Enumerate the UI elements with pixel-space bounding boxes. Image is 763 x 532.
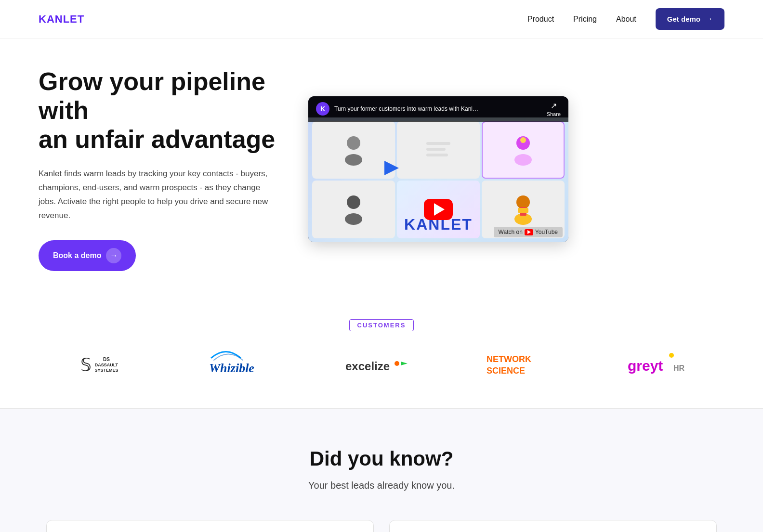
did-you-know-section: Did you know? Your best leads already kn… xyxy=(0,409,763,510)
hero-text-block: Grow your pipeline with an unfair advant… xyxy=(39,67,279,271)
logo-excelize: excelize xyxy=(343,350,410,379)
hero-body: Kanlet finds warm leads by tracking your… xyxy=(39,167,279,223)
greyt-svg: greyt HR xyxy=(625,350,693,379)
dassault-icon: 𝕊 xyxy=(80,355,92,375)
network-science-svg: NETWORK SCIENCE xyxy=(484,350,552,379)
kanlet-k-icon: K xyxy=(316,102,329,116)
svg-rect-13 xyxy=(518,208,528,213)
svg-point-17 xyxy=(395,361,399,366)
youtube-play-button[interactable] xyxy=(424,199,453,220)
video-top-bar: K Turn your former customers into warm l… xyxy=(308,96,568,122)
blue-arrow-svg xyxy=(380,156,404,180)
person-svg-6 xyxy=(511,193,535,226)
whizible-svg: Whizible xyxy=(202,350,269,379)
book-demo-button[interactable]: Book a demo → xyxy=(39,240,136,271)
svg-marker-14 xyxy=(384,161,399,175)
svg-text:NETWORK: NETWORK xyxy=(487,354,531,364)
svg-text:Whizible: Whizible xyxy=(209,361,254,375)
avatar-card-3 xyxy=(482,121,565,179)
circle-arrow-icon: → xyxy=(106,248,121,263)
nav-pricing[interactable]: Pricing xyxy=(573,15,597,24)
nav-about[interactable]: About xyxy=(616,15,636,24)
svg-marker-18 xyxy=(401,362,408,365)
person-svg-1 xyxy=(342,133,366,167)
svg-point-0 xyxy=(347,136,360,150)
svg-point-10 xyxy=(516,195,530,209)
person-svg-3 xyxy=(511,133,535,167)
svg-point-9 xyxy=(345,213,362,225)
hero-video-block: K Turn your former customers into warm l… xyxy=(308,96,568,243)
svg-point-22 xyxy=(669,353,674,358)
svg-point-7 xyxy=(520,137,526,143)
list-svg xyxy=(424,138,453,162)
header: KANLET Product Pricing About Get demo → xyxy=(0,0,763,39)
video-container[interactable]: K Turn your former customers into warm l… xyxy=(308,96,568,243)
svg-point-8 xyxy=(347,195,360,209)
blue-arrow-overlay xyxy=(380,156,404,182)
cards-row xyxy=(0,510,763,532)
hero-section: Grow your pipeline with an unfair advant… xyxy=(0,39,763,300)
did-you-know-subheading: Your best leads already know you. xyxy=(39,480,724,491)
youtube-logo-icon xyxy=(525,229,533,235)
excelize-svg: excelize xyxy=(343,353,410,377)
svg-text:excelize: excelize xyxy=(345,360,390,373)
arrow-icon: → xyxy=(704,14,713,24)
customer-logos-row: 𝕊 DS DASSAULT SYSTÈMES Whizible excelize xyxy=(39,350,724,379)
watch-on-youtube[interactable]: Watch on YouTube xyxy=(494,227,563,237)
logo-network-science: NETWORK SCIENCE xyxy=(484,350,552,379)
get-demo-button[interactable]: Get demo → xyxy=(656,8,724,30)
svg-point-1 xyxy=(345,154,362,166)
logo-whizible: Whizible xyxy=(202,350,269,379)
avatar-card-2 xyxy=(397,121,480,179)
brand-logo[interactable]: KANLET xyxy=(39,13,84,26)
customers-section: CUSTOMERS 𝕊 DS DASSAULT SYSTÈMES Whizibl… xyxy=(0,300,763,408)
video-share-button[interactable]: ↗ Share xyxy=(547,101,561,117)
svg-rect-4 xyxy=(426,154,448,156)
svg-text:greyt: greyt xyxy=(628,358,663,374)
card-2 xyxy=(389,520,717,532)
logo-dassault-systemes: 𝕊 DS DASSAULT SYSTÈMES xyxy=(70,350,128,379)
svg-text:SCIENCE: SCIENCE xyxy=(487,366,525,376)
dassault-text: DS DASSAULT SYSTÈMES xyxy=(94,357,118,373)
hero-heading: Grow your pipeline with an unfair advant… xyxy=(39,67,279,154)
share-icon: ↗ xyxy=(551,101,557,110)
svg-rect-2 xyxy=(426,142,450,145)
svg-point-6 xyxy=(514,154,532,166)
avatar-card-4 xyxy=(312,181,395,238)
logo-greyt-hr: greyt HR xyxy=(625,350,693,379)
nav-product[interactable]: Product xyxy=(527,15,554,24)
svg-text:HR: HR xyxy=(673,364,685,372)
person-svg-4 xyxy=(342,193,366,226)
svg-rect-3 xyxy=(426,148,446,151)
customers-label: CUSTOMERS xyxy=(349,319,414,331)
card-1 xyxy=(46,520,374,532)
did-you-know-heading: Did you know? xyxy=(39,447,724,470)
video-title: Turn your former customers into warm lea… xyxy=(334,105,479,112)
main-nav: Product Pricing About Get demo → xyxy=(527,8,724,30)
